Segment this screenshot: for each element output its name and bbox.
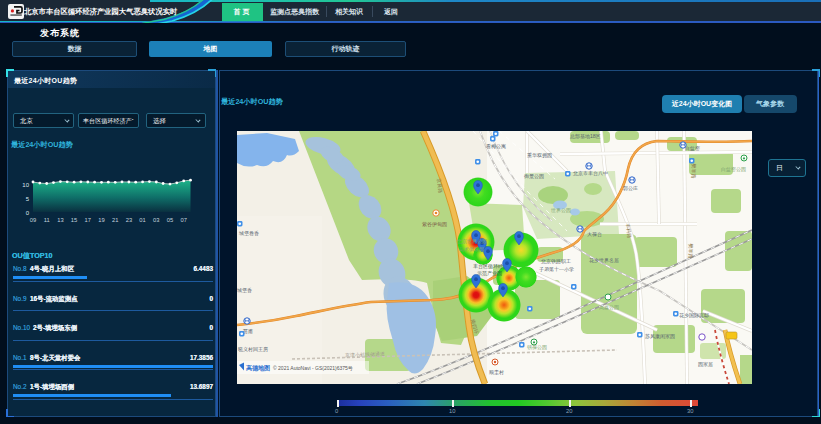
svg-text:21: 21 [112, 217, 118, 223]
svg-text:重华双拥园: 重华双拥园 [527, 152, 552, 159]
svg-text:顺圭村: 顺圭村 [489, 369, 504, 376]
svg-text:郭公庄: 郭公庄 [623, 185, 638, 192]
svg-text:花乡世界名居: 花乡世界名居 [589, 257, 619, 264]
svg-text:19: 19 [98, 217, 104, 223]
svg-text:总部基地18区: 总部基地18区 [570, 133, 601, 140]
svg-text:苏凤康闲家园: 苏凤康闲家园 [645, 333, 675, 340]
svg-text:01: 01 [139, 217, 145, 223]
svg-text:世界公园: 世界公园 [550, 207, 571, 214]
svg-text:23: 23 [126, 217, 132, 223]
svg-text:0: 0 [26, 210, 30, 216]
svg-text:北京市丰台八中: 北京市丰台八中 [573, 170, 608, 177]
svg-text:北京铁路职工: 北京铁路职工 [541, 258, 571, 265]
svg-text:5: 5 [26, 196, 30, 202]
svg-text:城堡香: 城堡香 [237, 287, 252, 293]
svg-text:© 2021 AutoNavi - GS(2021)6375: © 2021 AutoNavi - GS(2021)6375号 [273, 365, 353, 371]
svg-text:11: 11 [44, 217, 50, 223]
svg-text:镇葆公园: 镇葆公园 [527, 344, 547, 351]
svg-text:高德地图: 高德地图 [246, 364, 270, 372]
svg-text:樊羊路: 樊羊路 [691, 164, 697, 179]
svg-text:子弟第十一小学: 子弟第十一小学 [539, 266, 574, 273]
svg-text:15: 15 [71, 217, 77, 223]
svg-text:13: 13 [57, 217, 63, 223]
svg-text:白盆窑公园: 白盆窑公园 [721, 166, 746, 173]
svg-text:大葆台: 大葆台 [587, 231, 602, 237]
svg-text:高鑫公园: 高鑫公园 [599, 304, 619, 311]
svg-text:城堡卷香: 城堡卷香 [238, 230, 259, 236]
svg-text:花乡国际宫邸: 花乡国际宫邸 [679, 312, 709, 319]
svg-text:白盆窑: 白盆窑 [685, 145, 700, 152]
svg-text:07: 07 [180, 217, 186, 223]
svg-text:晓义村回王房: 晓义村回王房 [238, 346, 268, 353]
svg-text:御景公园: 御景公园 [524, 173, 544, 180]
svg-text:樊羊路: 樊羊路 [688, 244, 694, 259]
svg-text:紫谷伊甸园: 紫谷伊甸园 [422, 221, 447, 228]
svg-text:园家居: 园家居 [698, 361, 713, 368]
svg-text:北京世界公园: 北京世界公园 [457, 238, 487, 245]
svg-text:05: 05 [167, 217, 173, 223]
svg-text:马术俱乐部: 马术俱乐部 [459, 246, 484, 253]
svg-text:示范产业园: 示范产业园 [477, 270, 502, 277]
svg-text:看梅公寓: 看梅公寓 [486, 143, 506, 150]
svg-text:03: 03 [153, 217, 159, 223]
svg-text:09: 09 [30, 217, 36, 223]
svg-text:10: 10 [22, 182, 29, 188]
svg-text:17: 17 [85, 217, 91, 223]
